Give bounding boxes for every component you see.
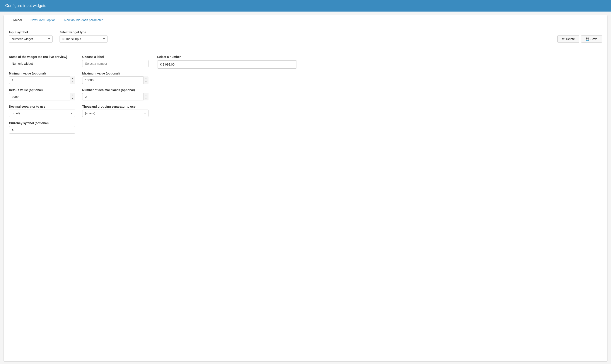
save-icon — [586, 37, 589, 41]
preview-section: Select a number — [157, 55, 602, 133]
choose-label-group: Choose a label — [82, 55, 149, 67]
divider — [9, 50, 602, 50]
decimal-places-spinners: ▲ ▼ — [143, 93, 149, 100]
decimal-sep-select[interactable]: . (dot) , (comma) — [9, 110, 75, 117]
decimal-sep-select-wrapper: . (dot) , (comma) ▼ — [9, 110, 75, 117]
decimal-places-spinner-up[interactable]: ▲ — [143, 93, 149, 97]
default-spinner-up[interactable]: ▲ — [70, 93, 75, 97]
min-input-wrapper: ▲ ▼ — [9, 77, 75, 84]
max-value-group: Maximum value (optional) ▲ ▼ — [82, 72, 149, 84]
widget-type-label: Select widget type — [60, 30, 108, 34]
top-row: Input symbol Numeric widget ▼ Select wid… — [9, 30, 602, 43]
name-input[interactable] — [9, 60, 75, 67]
max-spinner-down[interactable]: ▼ — [143, 80, 149, 84]
name-field-group: Name of the widget tab (no live preview) — [9, 55, 75, 67]
tab-bar: Symbol New GAMS option New double-dash p… — [4, 15, 607, 25]
widget-type-select-wrapper: Numeric input ▼ — [60, 35, 108, 43]
content-area: Input symbol Numeric widget ▼ Select wid… — [4, 25, 607, 139]
action-buttons: Delete Save — [557, 35, 602, 43]
choose-label-label: Choose a label — [82, 55, 149, 59]
form-and-preview: Name of the widget tab (no live preview)… — [9, 55, 602, 133]
max-value-label: Maximum value (optional) — [82, 72, 149, 75]
default-input-wrapper: ▲ ▼ — [9, 93, 75, 100]
min-value-group: Minimum value (optional) ▲ ▼ — [9, 72, 75, 84]
min-value-label: Minimum value (optional) — [9, 72, 75, 75]
default-value-label: Default value (optional) — [9, 88, 75, 92]
widget-type-select[interactable]: Numeric input — [60, 35, 108, 43]
max-spinner-up[interactable]: ▲ — [143, 77, 149, 80]
default-spinners: ▲ ▼ — [70, 93, 75, 100]
decimal-places-spinner-down[interactable]: ▼ — [143, 97, 149, 101]
min-spinner-down[interactable]: ▼ — [70, 80, 75, 84]
save-button[interactable]: Save — [581, 35, 602, 43]
currency-symbol-input[interactable] — [9, 126, 75, 133]
decimal-sep-label: Decimal separator to use — [9, 105, 75, 108]
header-title: Configure input widgets — [5, 3, 46, 8]
thousand-sep-select[interactable]: (space) . (dot) , (comma) (none) — [82, 110, 149, 117]
input-symbol-label: Input symbol — [9, 30, 53, 34]
thousand-sep-label: Thousand grouping separator to use — [82, 105, 149, 108]
tab-new-gams-option[interactable]: New GAMS option — [26, 15, 60, 25]
decimal-places-input-wrapper: ▲ ▼ — [82, 93, 149, 100]
input-symbol-group: Input symbol Numeric widget ▼ — [9, 30, 53, 43]
min-value-input[interactable] — [9, 77, 75, 84]
input-symbol-select[interactable]: Numeric widget — [9, 35, 53, 43]
decimal-sep-group: Decimal separator to use . (dot) , (comm… — [9, 105, 75, 117]
decimal-places-input[interactable] — [82, 93, 149, 100]
currency-symbol-label: Currency symbol (optional) — [9, 121, 75, 125]
input-symbol-select-wrapper: Numeric widget ▼ — [9, 35, 53, 43]
min-spinners: ▲ ▼ — [70, 77, 75, 84]
delete-button[interactable]: Delete — [557, 35, 579, 43]
widget-type-group: Select widget type Numeric input ▼ — [60, 30, 108, 43]
thousand-sep-group: Thousand grouping separator to use (spac… — [82, 105, 149, 117]
thousand-sep-select-wrapper: (space) . (dot) , (comma) (none) ▼ — [82, 110, 149, 117]
preview-label: Select a number — [157, 55, 602, 59]
currency-symbol-group: Currency symbol (optional) — [9, 121, 75, 133]
default-spinner-down[interactable]: ▼ — [70, 97, 75, 101]
form-section: Name of the widget tab (no live preview)… — [9, 55, 149, 133]
form-grid: Name of the widget tab (no live preview)… — [9, 55, 149, 133]
tab-symbol[interactable]: Symbol — [7, 15, 26, 25]
trash-icon — [562, 37, 565, 41]
main-container: Symbol New GAMS option New double-dash p… — [3, 15, 608, 362]
name-label: Name of the widget tab (no live preview) — [9, 55, 75, 59]
max-input-wrapper: ▲ ▼ — [82, 77, 149, 84]
default-value-input[interactable] — [9, 93, 75, 100]
choose-label-input[interactable] — [82, 60, 149, 67]
min-spinner-up[interactable]: ▲ — [70, 77, 75, 80]
max-spinners: ▲ ▼ — [143, 77, 149, 84]
decimal-places-label: Number of decimal places (optional) — [82, 88, 149, 92]
preview-input[interactable] — [157, 60, 297, 69]
tab-new-double-dash[interactable]: New double-dash parameter — [60, 15, 107, 25]
decimal-places-group: Number of decimal places (optional) ▲ ▼ — [82, 88, 149, 100]
default-value-group: Default value (optional) ▲ ▼ — [9, 88, 75, 100]
app-header: Configure input widgets — [0, 0, 611, 12]
max-value-input[interactable] — [82, 77, 149, 84]
